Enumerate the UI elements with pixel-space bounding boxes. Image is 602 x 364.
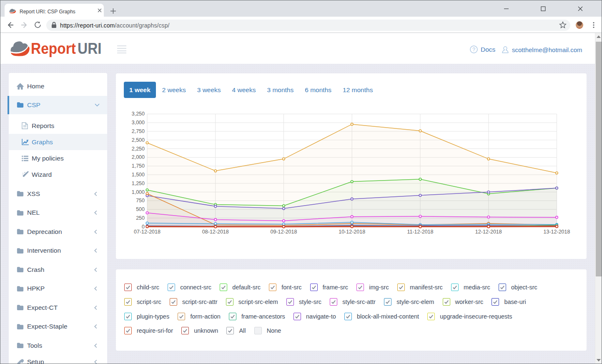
svg-text:12-12-2018: 12-12-2018 [475, 229, 502, 235]
svg-text:1,500: 1,500 [132, 172, 145, 178]
svg-text:?: ? [472, 46, 475, 53]
svg-text:1,750: 1,750 [132, 163, 145, 169]
svg-text:08-12-2018: 08-12-2018 [202, 229, 229, 235]
svg-text:2,000: 2,000 [132, 154, 145, 160]
svg-text:3,250: 3,250 [132, 111, 145, 117]
svg-text:750: 750 [136, 198, 145, 203]
svg-text:07-12-2018: 07-12-2018 [134, 229, 161, 235]
svg-text:2,250: 2,250 [132, 146, 145, 152]
svg-text:2,500: 2,500 [132, 137, 145, 143]
svg-text:09-12-2018: 09-12-2018 [271, 229, 297, 235]
svg-text:11-12-2018: 11-12-2018 [407, 229, 433, 235]
svg-text:250: 250 [136, 215, 145, 221]
svg-text:1,000: 1,000 [132, 189, 145, 195]
svg-text:13-12-2018: 13-12-2018 [544, 229, 570, 235]
svg-text:1,250: 1,250 [132, 181, 145, 186]
svg-text:3,000: 3,000 [132, 120, 145, 126]
svg-text:500: 500 [136, 206, 145, 212]
svg-text:2,750: 2,750 [132, 128, 145, 134]
svg-text:10-12-2018: 10-12-2018 [339, 229, 365, 235]
